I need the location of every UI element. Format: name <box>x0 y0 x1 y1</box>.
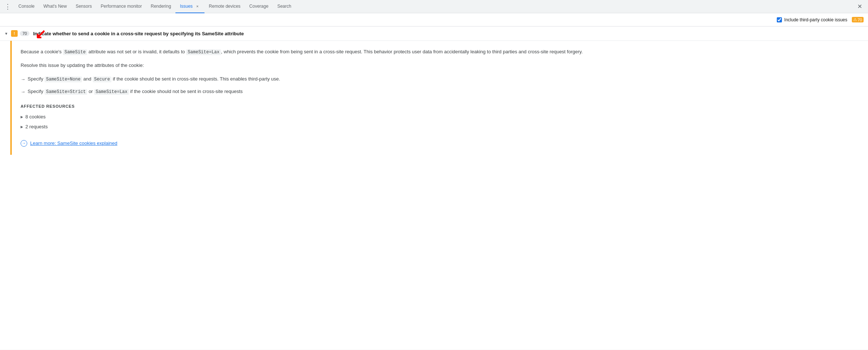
bullet-1-text: Specify SameSite=None and Secure if the … <box>28 75 280 83</box>
issue-detail: Because a cookie's SameSite attribute wa… <box>0 41 868 155</box>
tab-remote-devices[interactable]: Remote devices <box>204 0 245 13</box>
tab-performance-monitor[interactable]: Performance monitor <box>96 0 146 13</box>
issue-instance-count: 70 <box>20 31 29 36</box>
tab-issues[interactable]: Issues × <box>175 0 204 13</box>
issue-row[interactable]: ▼ ! 70 Indicate whether to send a cookie… <box>0 26 868 41</box>
tab-issues-close[interactable]: × <box>195 4 200 9</box>
tab-coverage[interactable]: Coverage <box>245 0 273 13</box>
issue-warning-icon: ! <box>11 30 18 37</box>
resource-expand-icon-2[interactable]: ▶ <box>21 124 23 129</box>
tab-bar: ⋮ Console What's New Sensors Performance… <box>0 0 868 13</box>
resource-requests[interactable]: ▶ 2 requests <box>21 123 856 131</box>
third-party-checkbox-label[interactable]: Include third-party cookie issues <box>777 17 847 22</box>
third-party-checkbox[interactable] <box>777 17 782 22</box>
resource-requests-label: 2 requests <box>25 123 48 131</box>
learn-more-link[interactable]: Learn more: SameSite cookies explained <box>30 140 117 147</box>
code-samesite-none: SameSite=None <box>45 76 82 82</box>
issue-title: Indicate whether to send a cookie in a c… <box>33 31 244 36</box>
code-secure: Secure <box>93 76 111 82</box>
code-samesite-lax: SameSite=Lax <box>94 89 129 95</box>
affected-resources-title: AFFECTED RESOURCES <box>21 103 856 110</box>
resource-cookies-label: 8 cookies <box>25 113 46 121</box>
more-tabs-button[interactable]: ⋮ <box>1 3 14 11</box>
tab-rendering[interactable]: Rendering <box>146 0 175 13</box>
learn-more-arrow-symbol: → <box>22 140 26 147</box>
bullet-1: → Specify SameSite=None and Secure if th… <box>21 75 856 83</box>
issue-description-2: Resolve this issue by updating the attri… <box>21 62 856 69</box>
warning-count-badge: ⚠ 70 <box>852 17 864 22</box>
code-samesite-lax-default: SameSite=Lax <box>186 49 221 55</box>
expand-chevron-icon[interactable]: ▼ <box>4 32 8 36</box>
main-panel: ▼ ! 70 Indicate whether to send a cookie… <box>0 26 868 350</box>
issue-count-badge: ⚠ 70 <box>852 17 864 22</box>
code-samesite-strict: SameSite=Strict <box>45 89 87 95</box>
bullet-2: → Specify SameSite=Strict or SameSite=La… <box>21 88 856 96</box>
arrow-icon-1: → <box>21 76 25 83</box>
tab-sensors[interactable]: Sensors <box>71 0 96 13</box>
tab-console[interactable]: Console <box>14 0 39 13</box>
resource-expand-icon-1[interactable]: ▶ <box>21 114 23 119</box>
learn-more-section: → Learn more: SameSite cookies explained <box>21 140 856 147</box>
issue-description-1: Because a cookie's SameSite attribute wa… <box>21 48 856 56</box>
tab-search[interactable]: Search <box>273 0 296 13</box>
toolbar: Include third-party cookie issues ⚠ 70 <box>0 13 868 26</box>
resource-cookies[interactable]: ▶ 8 cookies <box>21 113 856 121</box>
affected-resources-section: AFFECTED RESOURCES ▶ 8 cookies ▶ 2 reque… <box>21 103 856 131</box>
learn-more-icon: → <box>21 140 27 147</box>
bullet-2-text: Specify SameSite=Strict or SameSite=Lax … <box>28 88 243 96</box>
devtools-close-button[interactable]: ✕ <box>853 3 867 10</box>
code-samesite: SameSite <box>63 49 87 55</box>
arrow-icon-2: → <box>21 88 25 96</box>
tab-whats-new[interactable]: What's New <box>39 0 71 13</box>
warning-icon-symbol: ⚠ <box>853 17 857 22</box>
issue-detail-content: Because a cookie's SameSite attribute wa… <box>12 41 868 155</box>
